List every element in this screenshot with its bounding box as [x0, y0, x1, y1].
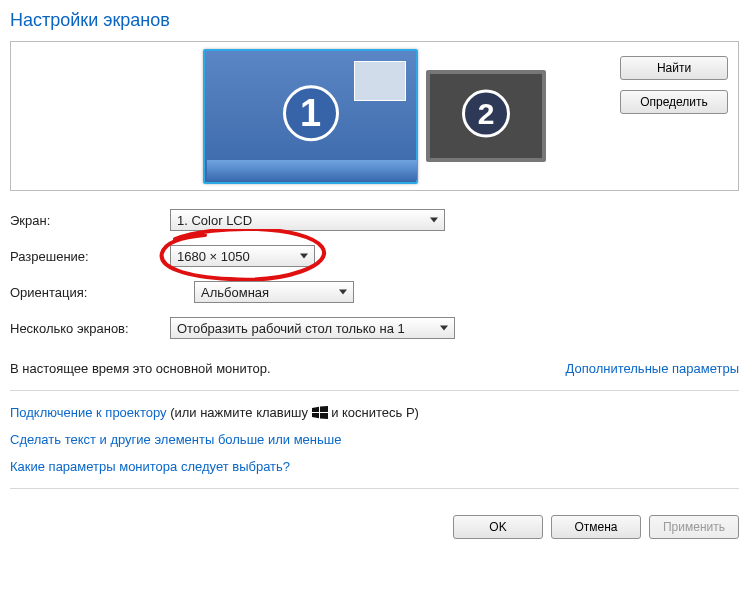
- orientation-select[interactable]: Альбомная: [194, 281, 354, 303]
- resolution-select[interactable]: 1680 × 1050: [170, 245, 315, 267]
- multiple-label: Несколько экранов:: [10, 321, 170, 336]
- resolution-select-value: 1680 × 1050: [177, 249, 250, 264]
- projector-link[interactable]: Подключение к проектору: [10, 405, 167, 420]
- monitor-1[interactable]: 1: [203, 49, 418, 184]
- multiple-select[interactable]: Отобразить рабочий стол только на 1: [170, 317, 455, 339]
- find-button[interactable]: Найти: [620, 56, 728, 80]
- identify-button[interactable]: Определить: [620, 90, 728, 114]
- monitor-2[interactable]: 2: [426, 70, 546, 162]
- text-size-link[interactable]: Сделать текст и другие элементы больше и…: [10, 432, 341, 447]
- primary-monitor-info: В настоящее время это основной монитор.: [10, 361, 271, 376]
- projector-tail-2: и коснитесь P): [328, 405, 419, 420]
- monitor-2-badge: 2: [462, 90, 510, 138]
- advanced-settings-link[interactable]: Дополнительные параметры: [565, 361, 739, 376]
- orientation-select-value: Альбомная: [201, 285, 269, 300]
- multiple-select-value: Отобразить рабочий стол только на 1: [177, 321, 405, 336]
- ok-button[interactable]: OK: [453, 515, 543, 539]
- screen-label: Экран:: [10, 213, 170, 228]
- help-link[interactable]: Какие параметры монитора следует выбрать…: [10, 459, 290, 474]
- separator-2: [10, 488, 739, 489]
- page-title: Настройки экранов: [10, 10, 739, 31]
- apply-button: Применить: [649, 515, 739, 539]
- display-preview-area: 1 2 Найти Определить: [10, 41, 739, 191]
- projector-tail-1: (или нажмите клавишу: [167, 405, 312, 420]
- taskbar-icon: [208, 163, 230, 179]
- monitor-1-badge: 1: [283, 85, 339, 141]
- screen-select[interactable]: 1. Color LCD: [170, 209, 445, 231]
- screen-select-value: 1. Color LCD: [177, 213, 252, 228]
- resolution-label: Разрешение:: [10, 249, 170, 264]
- orientation-label: Ориентация:: [10, 285, 170, 300]
- cancel-button[interactable]: Отмена: [551, 515, 641, 539]
- windows-key-icon: [312, 406, 328, 419]
- separator-1: [10, 390, 739, 391]
